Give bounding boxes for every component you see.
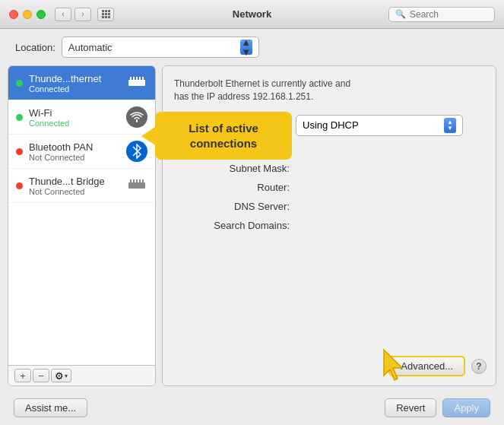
sidebar-item-thunderbolt-ethernet[interactable]: Thunde...thernet Connected — [8, 66, 155, 100]
close-button[interactable] — [9, 10, 18, 19]
sidebar-toolbar: + − ⚙ ▾ — [8, 365, 155, 385]
body-area: Thunde...thernet Connected — [0, 65, 504, 394]
item-name-wifi: Wi-Fi — [29, 107, 126, 119]
status-dot-wifi — [16, 114, 23, 121]
dns-server-row: DNS Server: — [174, 201, 484, 212]
status-dot-green — [16, 80, 23, 87]
remove-connection-button[interactable]: − — [33, 369, 49, 382]
dns-server-label: DNS Server: — [174, 201, 296, 212]
wifi-icon — [126, 106, 147, 128]
callout-tooltip: List of activeconnections — [155, 112, 292, 160]
svg-rect-11 — [142, 179, 144, 182]
subnet-mask-row: Subnet Mask: — [174, 163, 484, 174]
configure-ipv4-value: Using DHCP — [303, 119, 359, 131]
configure-select-arrows-icon: ▲ ▼ — [444, 118, 456, 133]
bridge-icon — [126, 175, 147, 196]
status-dot-bridge — [16, 182, 23, 189]
item-status-wifi: Connected — [29, 119, 126, 128]
svg-rect-8 — [133, 179, 135, 182]
search-domains-row: Search Domains: — [174, 220, 484, 231]
location-bar: Location: Automatic ▲ ▼ — [0, 29, 504, 65]
maximize-button[interactable] — [36, 10, 46, 19]
configure-ipv4-select[interactable]: Using DHCP ▲ ▼ — [296, 115, 463, 136]
item-status-thunderbolt-ethernet: Connected — [29, 84, 126, 94]
router-label: Router: — [174, 182, 296, 193]
panel-description: Thunderbolt Ethernet is currently active… — [174, 78, 484, 103]
subnet-mask-label: Subnet Mask: — [174, 163, 296, 174]
svg-rect-3 — [136, 77, 138, 80]
traffic-lights — [9, 10, 46, 19]
status-dot-bluetooth — [16, 148, 23, 155]
window-title: Network — [233, 8, 271, 20]
item-name-thunderbolt-bridge: Thunde...t Bridge — [29, 176, 126, 187]
search-domains-label: Search Domains: — [174, 220, 296, 231]
forward-button[interactable]: › — [74, 8, 91, 21]
sidebar-list: Thunde...thernet Connected — [8, 66, 155, 365]
location-label: Location: — [15, 42, 55, 53]
apply-button[interactable]: Apply — [442, 398, 490, 417]
svg-marker-12 — [384, 350, 402, 380]
svg-rect-0 — [128, 80, 145, 86]
item-status-thunderbolt-bridge: Not Connected — [29, 187, 126, 196]
callout-text: List of activeconnections — [189, 122, 258, 150]
location-select[interactable]: Automatic ▲ ▼ — [62, 36, 259, 58]
location-arrows-icon: ▲ ▼ — [240, 40, 252, 55]
search-box[interactable]: 🔍 — [388, 7, 495, 22]
sidebar-item-thunderbolt-bridge[interactable]: Thunde...t Bridge Not Connected — [8, 169, 155, 203]
sidebar-item-wifi[interactable]: Wi-Fi Connected — [8, 100, 155, 135]
add-connection-button[interactable]: + — [14, 369, 31, 382]
grid-icon — [102, 10, 110, 18]
item-status-bluetooth-pan: Not Connected — [29, 153, 126, 162]
nav-buttons: ‹ › — [55, 8, 91, 21]
gear-menu-button[interactable]: ⚙ ▾ — [51, 369, 71, 382]
help-button[interactable]: ? — [471, 359, 487, 374]
sidebar-item-bluetooth-pan[interactable]: Bluetooth PAN Not Connected — [8, 135, 155, 169]
svg-rect-7 — [130, 179, 132, 182]
titlebar: ‹ › Network 🔍 — [0, 0, 504, 29]
revert-button[interactable]: Revert — [385, 398, 436, 417]
svg-rect-6 — [128, 182, 145, 189]
search-icon: 🔍 — [395, 9, 406, 19]
svg-rect-1 — [130, 77, 132, 80]
svg-rect-5 — [142, 77, 144, 80]
svg-rect-4 — [139, 77, 141, 80]
item-name-bluetooth-pan: Bluetooth PAN — [29, 141, 126, 153]
gear-icon: ⚙ — [55, 370, 64, 382]
grid-button[interactable] — [97, 8, 114, 21]
minimize-button[interactable] — [23, 10, 32, 19]
assist-me-button[interactable]: Assist me... — [14, 398, 87, 417]
svg-rect-9 — [136, 179, 138, 182]
sidebar: Thunde...thernet Connected — [8, 65, 156, 386]
search-input[interactable] — [410, 9, 488, 20]
right-panel: List of activeconnections Thunderbolt Et… — [162, 65, 496, 386]
cursor-arrow-indicator — [381, 348, 408, 384]
bottom-bar: Assist me... Revert Apply — [0, 394, 504, 425]
router-row: Router: — [174, 182, 484, 193]
svg-rect-10 — [139, 179, 141, 182]
item-name-thunderbolt-ethernet: Thunde...thernet — [29, 73, 126, 84]
location-value: Automatic — [68, 42, 113, 53]
back-button[interactable]: ‹ — [55, 8, 71, 21]
ethernet-icon — [126, 72, 147, 94]
main-content: Location: Automatic ▲ ▼ Thunde...thernet… — [0, 29, 504, 425]
svg-rect-2 — [133, 77, 135, 80]
gear-chevron-icon: ▾ — [65, 373, 68, 379]
